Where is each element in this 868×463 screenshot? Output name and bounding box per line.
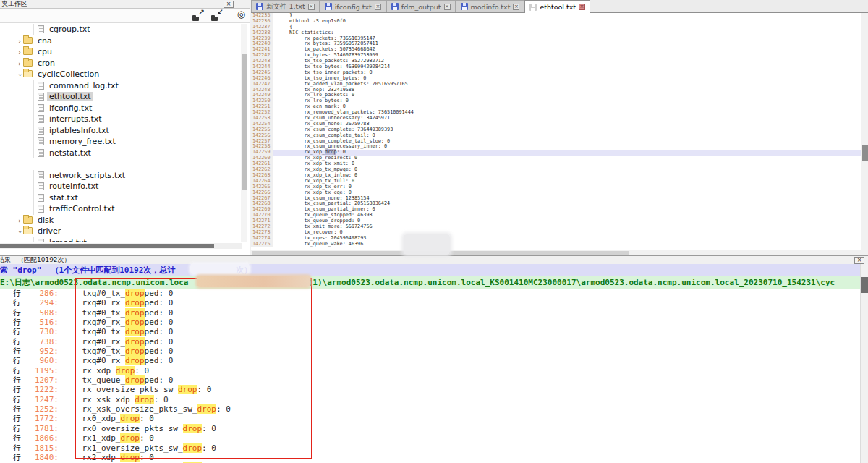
editor-horizontal-scrollbar[interactable]: [251, 250, 868, 255]
result-row-line-1195[interactable]: 行1195: rx_xdp_drop: 0: [0, 366, 868, 375]
tree-item-ethtool.txt[interactable]: ethtool.txt: [0, 91, 242, 103]
tree-gap: [0, 158, 242, 170]
tree-item-trafficControl.txt[interactable]: trafficControl.txt: [0, 203, 242, 215]
line-content: tx_queue_wake: 46396: [273, 241, 363, 247]
expand-all-icon[interactable]: ↗: [192, 10, 205, 22]
search-summary-line[interactable]: 索 "drop" （1个文件中匹配到10192次，总计次）: [0, 264, 868, 276]
tree-item-ifconfig.txt[interactable]: ifconfig.txt: [0, 103, 242, 114]
result-row-line-1222[interactable]: 行1222: rx_oversize_pkts_sw_drop: 0: [0, 385, 868, 394]
tree-item-label: ifconfig.txt: [47, 103, 94, 113]
line-content: {: [273, 24, 292, 30]
workspace-toolbar: ↗ ↙ ◎: [0, 9, 250, 23]
tab-ethtool.txt[interactable]: ethtool.txt×: [524, 0, 590, 13]
editor-line[interactable]: 142236ethtool -S enp1s0f0: [251, 19, 868, 25]
tree-item-disk[interactable]: ›disk: [0, 215, 242, 226]
result-row-line-1781[interactable]: 行1781: rx0_oversize_pkts_sw_drop: 0: [0, 424, 868, 433]
tree-item-netstat.txt[interactable]: netstat.txt: [0, 148, 242, 159]
result-row-line-516[interactable]: 行516: rxq#0_rx_dropped: 0: [0, 318, 868, 327]
tab-close-icon[interactable]: ×: [444, 4, 451, 10]
tree-item-routeInfo.txt[interactable]: routeInfo.txt: [0, 181, 242, 192]
tab-close-icon[interactable]: ×: [579, 4, 585, 10]
file-icon: [38, 194, 44, 202]
chevron-collapsed-icon[interactable]: ›: [16, 59, 23, 70]
result-row-line-1772[interactable]: 行1772: rx0_xdp_drop: 0: [0, 414, 868, 423]
save-icon: [325, 3, 332, 10]
tree-item-label: iptablesInfo.txt: [47, 126, 111, 135]
editor-vertical-scrollbar[interactable]: [861, 13, 868, 250]
result-line-number: 1222:: [21, 385, 59, 394]
line-content: rx_csum_unnecessary_inner: 0: [273, 143, 387, 149]
chevron-collapsed-icon[interactable]: ›: [16, 216, 23, 227]
tree-item-lsmod.txt[interactable]: lsmod.txt: [0, 237, 242, 243]
tab-close-icon[interactable]: ×: [375, 4, 381, 10]
tab-close-icon[interactable]: ×: [513, 4, 519, 10]
tree-item-cgroup.txt[interactable]: cgroup.txt: [0, 24, 242, 35]
editor-line[interactable]: 142272 tx_xmit_more: 569724756: [251, 224, 868, 230]
match-highlight: drop: [197, 404, 216, 414]
workspace-close-icon[interactable]: ×: [224, 1, 234, 8]
chevron-collapsed-icon[interactable]: ›: [16, 47, 23, 59]
tree-item-cpu[interactable]: ›cpu: [0, 46, 242, 58]
tab-modinfo.txt[interactable]: modinfo.txt×: [456, 0, 525, 12]
search-file-path-line[interactable]: E:\日志\armod0523.odata.ncmp.unicom.locaar…: [0, 276, 868, 289]
tree-item-stat.txt[interactable]: stat.txt: [0, 192, 242, 204]
tree-item-label: command_log.txt: [47, 81, 121, 90]
tree-item-driver[interactable]: ›driver: [0, 226, 242, 237]
row-label: 行: [13, 404, 21, 414]
result-row-line-1806[interactable]: 行1806: rx1_xdp_drop: 0: [0, 433, 868, 443]
editor-line[interactable]: 142237{: [251, 25, 868, 30]
tree-item-iptablesInfo.txt[interactable]: iptablesInfo.txt: [0, 125, 242, 137]
match-highlight: drop: [125, 337, 145, 347]
result-row-line-294[interactable]: 行294: rxq#0_rx_dropped: 0: [0, 298, 868, 307]
result-row-line-1840[interactable]: 行1840: rx2_xdp_drop: 0: [0, 453, 868, 462]
tree-item-memory_free.txt[interactable]: memory_free.txt: [0, 136, 242, 148]
result-line-number: 1815:: [21, 443, 59, 453]
result-row-line-1252[interactable]: 行1252: rx_xsk_oversize_pkts_sw_drop: 0: [0, 404, 868, 414]
tree-guide: [33, 181, 34, 192]
result-row-line-960[interactable]: 行960: rxq#0_rx_dropped: 0: [0, 356, 868, 365]
result-row-line-730[interactable]: 行730: txq#0_tx_dropped: 0: [0, 327, 868, 336]
chevron-collapsed-icon[interactable]: ›: [16, 36, 23, 48]
tab--1.txt[interactable]: 新文件 1.txt×: [251, 0, 320, 12]
result-row-line-738[interactable]: 行738: rxq#0_rx_dropped: 0: [0, 337, 868, 347]
result-row-line-508[interactable]: 行508: txq#0_tx_dropped: 0: [0, 308, 868, 318]
results-close-icon[interactable]: ×: [854, 257, 864, 264]
tree-item-cron[interactable]: ›cron: [0, 58, 242, 69]
tree-item-label: trafficControl.txt: [47, 204, 117, 213]
tree-vertical-scrollbar[interactable]: [241, 24, 247, 242]
line-content: tx_csum_partial_inner: 0: [273, 206, 375, 212]
tree-item-cyclicCollection[interactable]: ›cyclicCollection: [0, 69, 242, 80]
tab-fdm_output[interactable]: fdm_output×: [386, 0, 456, 12]
tree-item-label: stat.txt: [47, 193, 80, 203]
match-highlight: drop: [116, 366, 135, 375]
line-content: tx_csum_partial: 205153836424: [273, 200, 390, 206]
editor[interactable]: 142235}142236ethtool -S enp1s0f0142237{1…: [251, 13, 868, 250]
line-content: rx_xdp_redirect: 0: [273, 155, 357, 161]
tree-item-label: cgroup.txt: [47, 25, 93, 34]
tree-item-network_scripts.txt[interactable]: network_scripts.txt: [0, 170, 242, 182]
result-row-line-286[interactable]: 行286: txq#0_tx_dropped: 0: [0, 289, 868, 298]
folder-icon: [23, 37, 33, 44]
tree-guide: [33, 125, 34, 137]
result-row-line-1815[interactable]: 行1815: rx1_oversize_pkts_sw_drop: 0: [0, 443, 868, 453]
result-row-line-1247[interactable]: 行1247: rx_xsk_xdp_drop: 0: [0, 395, 868, 404]
tree-horizontal-scrollbar[interactable]: [0, 243, 242, 249]
results-vertical-scrollbar[interactable]: [860, 264, 868, 463]
result-line-number: 738:: [21, 337, 59, 347]
result-line-number: 1195:: [21, 366, 59, 375]
result-row-line-952[interactable]: 行952: txq#0_tx_dropped: 0: [0, 347, 868, 356]
collapse-all-icon[interactable]: ↙: [210, 10, 224, 22]
editor-line[interactable]: 142275 tx_queue_wake: 46396: [251, 242, 868, 247]
line-content: tx_tso_inner_bytes: 0: [273, 75, 366, 81]
tab-close-icon[interactable]: ×: [308, 4, 315, 10]
tree-item-label: lsmod.txt: [47, 238, 89, 243]
tree-item-cna[interactable]: ›cna: [0, 35, 242, 47]
locate-file-icon[interactable]: ◎: [237, 9, 245, 20]
tab-ifconfig.txt[interactable]: ifconfig.txt×: [320, 0, 386, 12]
row-label: 行: [13, 327, 21, 336]
tree-item-interrupts.txt[interactable]: interrupts.txt: [0, 114, 242, 125]
tree-item-command_log.txt[interactable]: command_log.txt: [0, 80, 242, 92]
tree-item-label: disk: [35, 216, 56, 225]
line-content: tx_tso_packets: 35272932712: [273, 58, 384, 64]
result-row-line-1207[interactable]: 行1207: tx_queue_dropped: 0: [0, 375, 868, 385]
